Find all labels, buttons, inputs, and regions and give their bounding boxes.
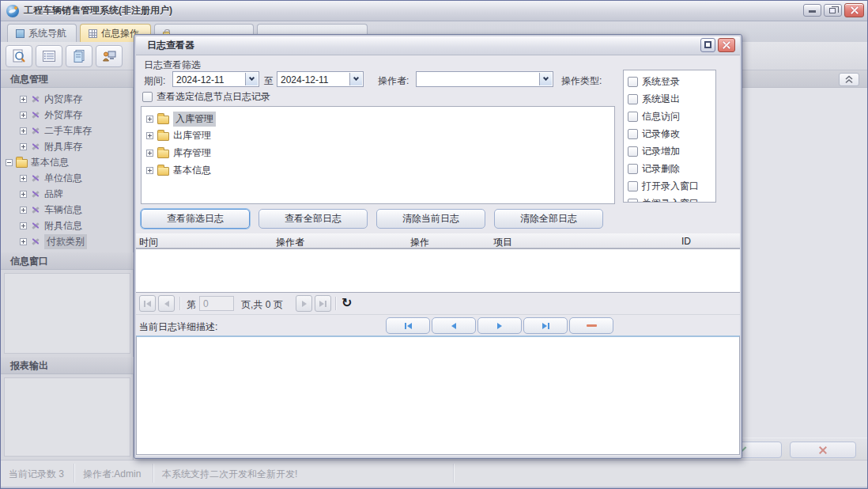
sidebar-item-brand[interactable]: 品牌 <box>1 186 134 202</box>
op-type-item[interactable]: 信息访问 <box>628 110 680 123</box>
op-type-item[interactable]: 记录删除 <box>628 162 680 176</box>
log-viewer-dialog: 日志查看器 日志查看筛选 期间: 2024-12-11 至 2024-12-11… <box>134 34 742 459</box>
op-type-item[interactable]: 打开录入窗口 <box>628 180 699 193</box>
record-first-button[interactable] <box>386 317 430 334</box>
refresh-icon[interactable]: ↻ <box>342 295 352 310</box>
dialog-close-button[interactable] <box>718 38 735 52</box>
date-to-combo[interactable]: 2024-12-11 <box>277 71 364 87</box>
minus-icon <box>587 324 597 327</box>
log-detail-area <box>136 335 740 455</box>
op-type-item[interactable]: 记录修改 <box>628 127 680 141</box>
col-action[interactable]: 操作 <box>410 236 429 249</box>
sidebar-item-vehicle-info[interactable]: 车辆信息 <box>1 202 134 218</box>
record-delete-button[interactable] <box>569 317 613 334</box>
expand-icon[interactable] <box>20 143 27 150</box>
checkbox-icon[interactable] <box>628 94 638 104</box>
expand-icon[interactable] <box>20 96 27 103</box>
op-type-item[interactable]: 系统登录 <box>628 75 680 89</box>
sidebar-header-info-window[interactable]: 信息窗口 <box>1 252 134 270</box>
tree-item-inbound[interactable]: 入库管理 <box>146 112 216 127</box>
tree-item-inventory[interactable]: 库存管理 <box>146 146 211 160</box>
list-icon <box>41 48 57 64</box>
prev-page-button[interactable] <box>158 295 175 312</box>
expand-icon[interactable] <box>20 112 27 119</box>
record-prev-button[interactable] <box>432 317 476 334</box>
sidebar-item-accessory-stock[interactable]: 附具库存 <box>1 138 134 154</box>
log-node-tree: 入库管理 出库管理 库存管理 基本信息 <box>141 106 615 204</box>
detail-label: 当前日志详细描述: <box>139 320 217 334</box>
status-note: 本系统支持二次开发和全新开发! <box>162 468 297 481</box>
last-page-button[interactable] <box>315 295 331 312</box>
last-record-icon <box>542 323 547 329</box>
period-label: 期间: <box>144 74 165 88</box>
expand-icon[interactable] <box>146 132 153 139</box>
tree-item-basicinfo[interactable]: 基本信息 <box>146 164 211 177</box>
col-id[interactable]: ID <box>681 236 691 247</box>
sidebar-item-unit-info[interactable]: 单位信息 <box>1 170 134 186</box>
list-view-button[interactable] <box>36 45 62 67</box>
search-preview-button[interactable] <box>6 45 32 67</box>
log-grid-body <box>136 248 740 293</box>
next-page-button[interactable] <box>296 295 312 312</box>
dropdown-button[interactable] <box>539 73 552 85</box>
minimize-button[interactable] <box>803 4 821 17</box>
date-from-combo[interactable]: 2024-12-11 <box>172 71 259 87</box>
checkbox-icon[interactable] <box>628 181 638 191</box>
dialog-maximize-button[interactable] <box>700 38 715 52</box>
node-filter-checkbox[interactable]: 查看选定信息节点日志记录 <box>142 90 270 104</box>
operator-combo[interactable] <box>416 71 553 87</box>
col-operator[interactable]: 操作者 <box>276 236 304 249</box>
op-type-item[interactable]: 记录增加 <box>628 145 680 158</box>
checkbox-icon[interactable] <box>628 129 638 139</box>
restore-button[interactable] <box>824 4 842 17</box>
checkbox-icon[interactable] <box>142 92 153 102</box>
checkbox-icon[interactable] <box>628 112 638 122</box>
col-time[interactable]: 时间 <box>139 236 158 249</box>
sidebar-header-info-mgmt[interactable]: 信息管理 <box>1 70 134 88</box>
clear-current-log-button[interactable]: 清除当前日志 <box>376 209 485 229</box>
expand-icon[interactable] <box>20 207 27 214</box>
checkbox-icon[interactable] <box>628 77 638 87</box>
document-button[interactable] <box>66 45 92 67</box>
tab-system-nav[interactable]: 系统导航 <box>7 24 77 42</box>
close-button[interactable] <box>844 3 864 17</box>
tree-item-outbound[interactable]: 出库管理 <box>146 129 211 142</box>
expand-icon[interactable] <box>20 127 27 135</box>
dropdown-button[interactable] <box>245 73 258 85</box>
checkbox-icon[interactable] <box>628 199 638 203</box>
view-all-logs-button[interactable]: 查看全部日志 <box>259 209 368 229</box>
sidebar-item-usedcar-stock[interactable]: 二手车库存 <box>1 123 134 138</box>
sidebar-item-accessory-info[interactable]: 附具信息 <box>1 218 134 233</box>
cancel-button[interactable] <box>790 442 856 458</box>
collapse-icon[interactable] <box>6 159 13 166</box>
sidebar-header-report-output[interactable]: 报表输出 <box>1 357 134 374</box>
expand-icon[interactable] <box>20 238 27 245</box>
sidebar-item-basic-info[interactable]: 基本信息 <box>1 154 134 170</box>
view-filtered-logs-button[interactable]: 查看筛选日志 <box>141 209 250 229</box>
operator-button[interactable] <box>96 45 123 67</box>
tool-icon <box>30 237 41 247</box>
checkbox-icon[interactable] <box>628 146 638 157</box>
op-type-item[interactable]: 关闭录入窗口 <box>628 197 699 203</box>
expand-icon[interactable] <box>20 175 27 182</box>
first-page-button[interactable] <box>139 295 156 312</box>
clear-all-logs-button[interactable]: 清除全部日志 <box>494 209 603 229</box>
sidebar-item-domestic-stock[interactable]: 内贸库存 <box>1 91 134 107</box>
expand-icon[interactable] <box>146 167 153 174</box>
expand-icon[interactable] <box>20 222 27 229</box>
expand-icon[interactable] <box>146 116 153 123</box>
collapse-panel-button[interactable] <box>839 73 859 86</box>
dropdown-button[interactable] <box>349 73 362 85</box>
col-project[interactable]: 项目 <box>493 236 512 249</box>
sidebar-item-payment-type[interactable]: 付款类别 <box>1 233 134 249</box>
grid-icon <box>89 29 97 38</box>
expand-icon[interactable] <box>20 191 27 198</box>
checkbox-icon[interactable] <box>628 164 638 174</box>
page-number-input[interactable] <box>199 296 234 311</box>
record-next-button[interactable] <box>477 317 522 334</box>
sidebar-item-foreign-stock[interactable]: 外贸库存 <box>1 107 134 123</box>
op-type-item[interactable]: 系统退出 <box>628 93 680 106</box>
restore-icon <box>829 8 836 13</box>
record-last-button[interactable] <box>523 317 568 334</box>
expand-icon[interactable] <box>146 150 153 157</box>
